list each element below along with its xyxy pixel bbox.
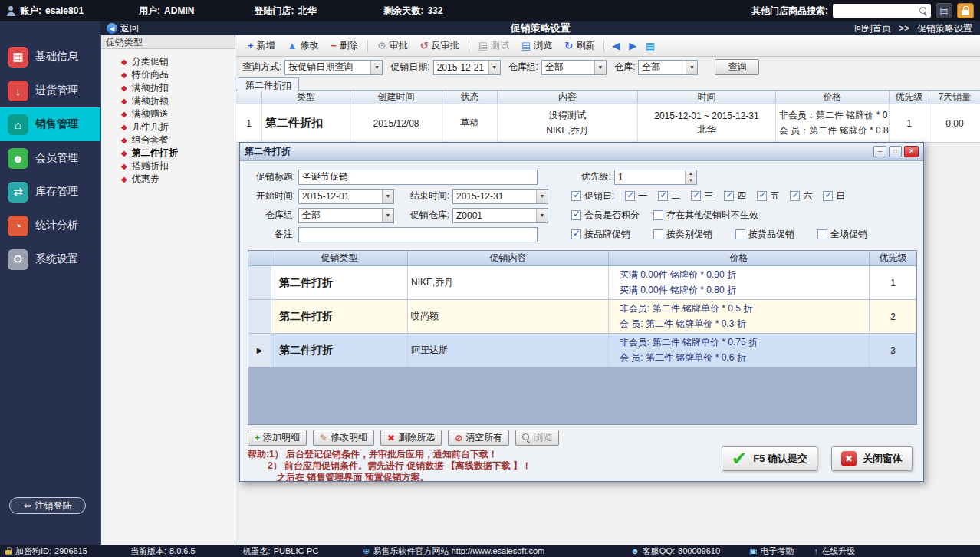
stepper-arrows: ▲ ▼: [685, 170, 696, 184]
detail-row[interactable]: 第二件打折 哎尚颖 非会员: 第二件 铭牌单价 * 0.5 折 会 员: 第二件…: [248, 300, 916, 334]
query-button[interactable]: 查询: [715, 59, 759, 75]
minimize-button[interactable]: ─: [873, 146, 886, 157]
start-time-select[interactable]: 2015-12-01 ▼: [298, 189, 394, 204]
prev-page-button[interactable]: ◀: [608, 40, 623, 51]
promo-type-item[interactable]: ◆组合套餐: [101, 133, 235, 147]
promo-date-select[interactable]: 2015-12-21 ▼: [433, 60, 501, 75]
detail-row-selected[interactable]: ▶ 第二件打折 阿里达斯 非会员: 第二件 铭牌单价 * 0.75 折 会 员:…: [248, 334, 916, 367]
sidebar-item-statistics[interactable]: ◔ 统计分析: [0, 209, 100, 242]
day-wed-checkbox[interactable]: 三: [691, 190, 713, 203]
table-row[interactable]: 1 第二件折扣 2015/12/08 草稿 没得测试 NIKE,乔丹 2015-…: [236, 104, 980, 143]
back-button[interactable]: ◀ 返回: [107, 22, 139, 35]
sidebar-item-member[interactable]: ☻ 会员管理: [0, 141, 100, 175]
header-priority[interactable]: 优先级: [890, 91, 929, 104]
by-goods-checkbox[interactable]: 按货品促销: [735, 228, 794, 241]
checkbox-box: [817, 229, 827, 239]
unapprove-button[interactable]: ↺反审批: [415, 37, 465, 54]
browse-button[interactable]: ▤浏览: [516, 37, 557, 54]
header-status[interactable]: 状态: [442, 91, 498, 104]
test-button[interactable]: ▤测试: [473, 37, 515, 54]
promo-title-input[interactable]: [298, 170, 538, 185]
list-view-button[interactable]: ▤: [936, 3, 952, 18]
search-icon[interactable]: [919, 7, 928, 15]
day-fri-checkbox[interactable]: 五: [757, 190, 779, 203]
priority-stepper[interactable]: 1 ▲ ▼: [614, 170, 697, 185]
maximize-button[interactable]: □: [889, 146, 902, 157]
by-category-checkbox[interactable]: 按类别促销: [653, 228, 712, 241]
logout-button[interactable]: ⇦ 注销登陆: [9, 497, 86, 514]
close-icon[interactable]: ✕: [904, 146, 919, 157]
promo-warehouse-select[interactable]: Z0001 ▼: [452, 208, 548, 223]
website-link[interactable]: ⊕ 易售乐软件官方网站 http://www.esalesoft.com: [363, 545, 544, 557]
warehouse-group-select[interactable]: 全部 ▼: [298, 208, 394, 223]
breadcrumb-current[interactable]: 促销策略设置: [917, 22, 972, 35]
promo-type-item[interactable]: ◆满额折额: [101, 94, 235, 107]
query-method-select[interactable]: 按促销日期查询 ▼: [284, 60, 383, 75]
detail-header-type[interactable]: 促销类型: [271, 251, 408, 265]
promo-type-item[interactable]: ◆特价商品: [101, 68, 235, 81]
header-sales7d[interactable]: 7天销量: [929, 91, 980, 104]
by-brand-checkbox[interactable]: 按品牌促销: [571, 228, 630, 241]
day-tue-checkbox[interactable]: 二: [658, 190, 680, 203]
row-selector[interactable]: [248, 300, 271, 333]
edit-button[interactable]: ▲修改: [282, 37, 324, 54]
sidebar-item-base-info[interactable]: ▦ 基础信息: [0, 40, 100, 74]
refresh-button[interactable]: ↻刷新: [559, 37, 600, 54]
upgrade-link[interactable]: ↑ 在线升级: [814, 545, 856, 557]
remark-input[interactable]: [298, 227, 538, 242]
promo-type-item[interactable]: ◆优惠券: [101, 173, 235, 186]
whole-store-checkbox[interactable]: 全场促销: [817, 228, 867, 241]
dialog-title-bar[interactable]: 第二件打折 ─ □ ✕: [240, 143, 923, 161]
next-page-button[interactable]: ▶: [625, 40, 640, 51]
member-points-checkbox[interactable]: 会员是否积分: [571, 209, 640, 222]
add-detail-button[interactable]: +添加明细: [248, 430, 307, 446]
promo-type-item-selected[interactable]: ◆第二件打折: [101, 147, 235, 160]
delete-button[interactable]: −删除: [325, 37, 363, 54]
promo-days-checkbox[interactable]: 促销日:: [571, 190, 614, 203]
warehouse-select[interactable]: 全部 ▼: [638, 60, 698, 75]
stepper-up-icon[interactable]: ▲: [686, 170, 696, 177]
detail-header-content[interactable]: 促销内容: [408, 251, 609, 265]
close-window-button[interactable]: ✖ 关闭窗体: [831, 446, 913, 471]
day-sat-checkbox[interactable]: 六: [790, 190, 812, 203]
lock-button[interactable]: [957, 3, 974, 18]
row-selector[interactable]: [248, 266, 271, 299]
search-input[interactable]: [833, 4, 931, 18]
detail-row[interactable]: 第二件打折 NIKE,乔丹 买满 0.00件 铭牌价 * 0.90 折 买满 0…: [248, 266, 916, 300]
promo-type-item[interactable]: ◆满额赠送: [101, 107, 235, 120]
day-thu-checkbox[interactable]: 四: [724, 190, 746, 203]
warehouse-group-select[interactable]: 全部 ▼: [541, 60, 607, 75]
promo-type-item[interactable]: ◆搭赠折扣: [101, 160, 235, 173]
delete-selected-button[interactable]: ✖删除所选: [380, 430, 442, 446]
submit-button[interactable]: ✔ F5 确认提交: [722, 446, 817, 471]
approve-button[interactable]: ⚙审批: [372, 37, 413, 54]
promo-type-item[interactable]: ◆分类促销: [101, 55, 235, 68]
records-book-icon[interactable]: ▦: [642, 40, 658, 52]
sidebar-item-inventory[interactable]: ⇄ 库存管理: [0, 175, 100, 209]
sidebar-item-purchase[interactable]: ↓ 进货管理: [0, 74, 100, 107]
add-button[interactable]: +新增: [242, 37, 281, 54]
header-content[interactable]: 内容: [498, 91, 638, 104]
stepper-down-icon[interactable]: ▼: [686, 177, 696, 184]
header-time[interactable]: 时间: [638, 91, 776, 104]
promo-type-list: ◆分类促销 ◆特价商品 ◆满额折扣 ◆满额折额 ◆满额赠送 ◆几件几折 ◆组合套…: [101, 49, 235, 186]
end-time-select[interactable]: 2015-12-31 ▼: [452, 189, 548, 204]
other-promo-checkbox[interactable]: 存在其他促销时不生效: [653, 209, 758, 222]
attendance-link[interactable]: ▣ 电子考勤: [749, 545, 794, 557]
current-row-marker[interactable]: ▶: [248, 334, 271, 367]
home-link[interactable]: 回到首页: [854, 22, 891, 35]
promo-type-item[interactable]: ◆几件几折: [101, 120, 235, 133]
header-price[interactable]: 价格: [776, 91, 890, 104]
clear-all-button[interactable]: ⊘清空所有: [448, 430, 509, 446]
detail-header-price[interactable]: 价格: [609, 251, 870, 265]
browse-detail-button[interactable]: 浏览: [515, 430, 559, 446]
sidebar-item-settings[interactable]: ⚙ 系统设置: [0, 242, 100, 276]
sidebar-item-sales[interactable]: ⌂ 销售管理: [0, 107, 100, 141]
edit-detail-button[interactable]: ✎修改明细: [313, 430, 374, 446]
promo-type-item[interactable]: ◆满额折扣: [101, 81, 235, 94]
header-created[interactable]: 创建时间: [350, 91, 442, 104]
detail-header-priority[interactable]: 优先级: [870, 251, 916, 265]
day-sun-checkbox[interactable]: 日: [823, 190, 845, 203]
header-type[interactable]: 类型: [262, 91, 350, 104]
day-mon-checkbox[interactable]: 一: [625, 190, 647, 203]
